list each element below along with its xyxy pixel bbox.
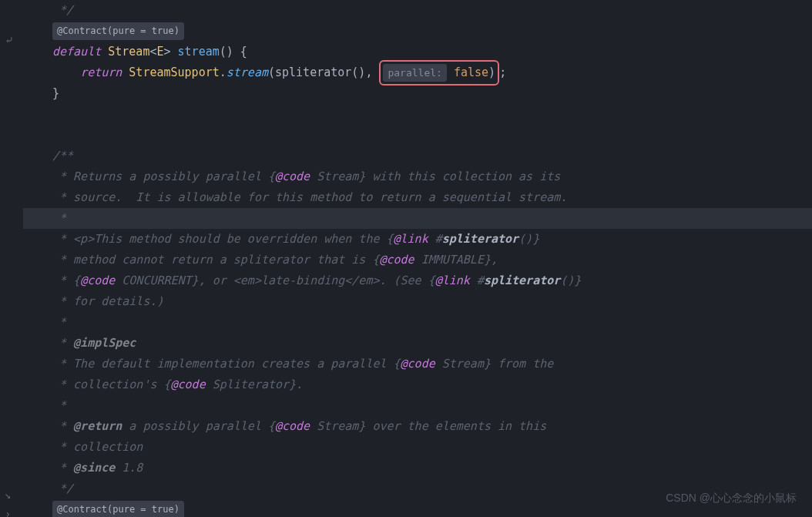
code-line: * method cannot return a spliterator tha… bbox=[23, 250, 812, 270]
highlight-box-false: parallel: false) bbox=[379, 60, 499, 86]
contract-annotation: @Contract(pure = true) bbox=[52, 501, 184, 517]
code-line: * collection bbox=[23, 437, 812, 458]
code-line: * The default implementation creates a p… bbox=[23, 354, 812, 374]
code-line: @Contract(pure = true) bbox=[23, 21, 812, 42]
code-line: */ bbox=[23, 0, 812, 21]
code-line: * source. It is allowable for this metho… bbox=[23, 187, 812, 208]
code-line: * @implSpec bbox=[23, 333, 812, 354]
code-editor[interactable]: */ @Contract(pure = true) default Stream… bbox=[0, 0, 812, 517]
code-line: * collection's {@code Spliterator}. bbox=[23, 374, 812, 395]
code-line: } bbox=[23, 83, 812, 104]
watermark: CSDN @心心念念的小鼠标 bbox=[666, 488, 797, 508]
contract-annotation: @Contract(pure = true) bbox=[52, 22, 184, 41]
editor-gutter: ⤶ ↘ › bbox=[0, 0, 23, 517]
code-line: * @since 1.8 bbox=[23, 458, 812, 478]
code-line: * @return a possibly parallel {@code Str… bbox=[23, 416, 812, 437]
gutter-icon: ↘ › bbox=[5, 485, 23, 517]
code-line: /** bbox=[23, 146, 812, 166]
code-line-highlighted: * bbox=[23, 208, 812, 229]
code-line bbox=[23, 125, 812, 146]
code-line: * bbox=[23, 312, 812, 333]
code-line: * {@code CONCURRENT}, or <em>late-bindin… bbox=[23, 270, 812, 291]
code-line: return StreamSupport.stream(spliterator(… bbox=[23, 62, 812, 83]
code-line bbox=[23, 104, 812, 125]
parallel-hint: parallel: bbox=[383, 64, 446, 82]
code-line: * for details.) bbox=[23, 291, 812, 312]
code-line: * <p>This method should be overridden wh… bbox=[23, 229, 812, 250]
code-line: * bbox=[23, 395, 812, 416]
gutter-icon: ⤶ bbox=[5, 31, 14, 50]
code-line: * Returns a possibly parallel {@code Str… bbox=[23, 166, 812, 187]
code-line: default Stream<E> stream() { bbox=[23, 42, 812, 62]
